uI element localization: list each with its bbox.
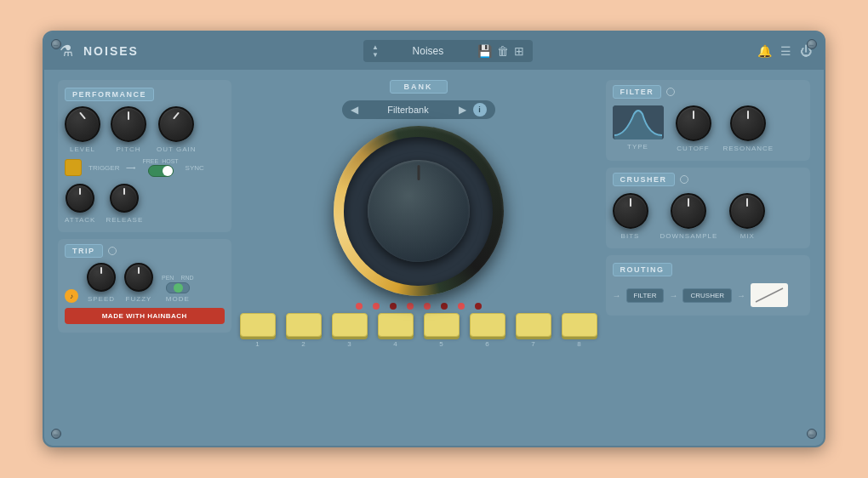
outgain-knob[interactable]: [158, 106, 194, 142]
cutoff-knob[interactable]: [676, 105, 711, 141]
level-knob[interactable]: [65, 106, 100, 142]
release-label: RELEASE: [106, 216, 143, 224]
filter-knobs-row: TYPE CUTOFF RESONANCE: [613, 105, 804, 152]
main-knob-ring[interactable]: [334, 126, 504, 296]
screw-tr: [807, 39, 817, 49]
rnd-label: RND: [180, 275, 193, 281]
resonance-knob[interactable]: [730, 105, 766, 141]
screw-bl: [51, 429, 61, 439]
pad-8[interactable]: [562, 313, 597, 337]
pad-dot-3: [390, 303, 397, 310]
downsample-knob-group: DOWNSAMPLE: [660, 193, 718, 240]
cutoff-knob-group: CUTOFF: [676, 105, 711, 152]
filter-type-label: TYPE: [627, 143, 648, 151]
routing-arrow-out: →: [737, 291, 745, 300]
pitch-label: PITCH: [117, 145, 141, 153]
bank-next-btn[interactable]: ▶: [459, 104, 466, 116]
filter-section: FILTER TYPE: [606, 80, 811, 161]
fuzzy-knob-group: FUZZY: [124, 263, 153, 303]
pad-3[interactable]: [332, 313, 368, 337]
copy-icon[interactable]: ⊞: [514, 44, 524, 58]
crusher-power-btn[interactable]: [680, 175, 688, 184]
release-knob[interactable]: [110, 184, 139, 213]
bits-knob[interactable]: [613, 193, 648, 229]
speed-knob[interactable]: [87, 263, 116, 292]
bank-prev-btn[interactable]: ◀: [351, 104, 358, 116]
mix-knob[interactable]: [729, 193, 765, 229]
bits-label: BITS: [621, 232, 640, 240]
arrow-label: ⟶: [126, 164, 135, 172]
host-label: HOST: [162, 158, 178, 164]
attack-label: ATTACK: [65, 216, 95, 224]
pad-7[interactable]: [516, 313, 551, 337]
mode-group: PEN RND MODE: [162, 275, 194, 303]
made-with-button[interactable]: MADE WITH HAINBACH: [65, 308, 225, 324]
fuzzy-knob[interactable]: [124, 263, 153, 292]
bank-label: BANK: [390, 80, 448, 94]
pad-num-5: 5: [424, 340, 460, 348]
info-button[interactable]: i: [473, 103, 487, 117]
plugin-container: ⚗ NOISES ▲▼ Noises 💾 🗑 ⊞ 🔔 ☰ ⏻ PERFORMAN…: [43, 31, 825, 447]
free-label: FREE: [142, 158, 158, 164]
routing-chain: → FILTER → CRUSHER →: [613, 283, 804, 307]
bank-selector[interactable]: ◀ Filterbank ▶ i: [342, 100, 495, 119]
mode-toggle[interactable]: [166, 282, 190, 293]
routing-crusher-box[interactable]: CRUSHER: [682, 288, 732, 303]
pad-num-6: 6: [470, 340, 505, 348]
routing-display[interactable]: [751, 283, 788, 307]
pitch-knob[interactable]: [111, 106, 146, 142]
trip-power-btn[interactable]: [108, 247, 117, 255]
app-title: NOISES: [83, 44, 139, 58]
mode-label: MODE: [166, 295, 190, 303]
toggle-knob: [163, 166, 173, 176]
pads-section: 1 2 3 4 5 6 7 8: [240, 303, 597, 348]
filter-label: FILTER: [613, 85, 662, 99]
filter-type-group: TYPE: [613, 105, 664, 151]
trip-label: TRIP: [65, 244, 103, 258]
pad-6[interactable]: [470, 313, 505, 337]
filter-type-display[interactable]: [613, 105, 664, 139]
level-label: LEVEL: [70, 145, 95, 153]
sync-toggle[interactable]: [148, 165, 174, 177]
pad-num-2: 2: [286, 340, 322, 348]
main-knob-inner[interactable]: [368, 160, 470, 262]
pad-dot-6: [441, 303, 448, 310]
routing-filter-box[interactable]: FILTER: [626, 288, 665, 303]
crusher-section: CRUSHER BITS DOWNSAMPLE MIX: [606, 168, 811, 248]
performance-knobs: LEVEL PITCH OUT GAIN: [65, 106, 225, 153]
pad-5[interactable]: [424, 313, 460, 337]
main-knob-wrapper: [334, 126, 504, 296]
trigger-label: TRIGGER: [89, 164, 119, 172]
downsample-label: DOWNSAMPLE: [660, 232, 718, 240]
downsample-knob[interactable]: [671, 193, 706, 229]
menu-icon[interactable]: ☰: [780, 44, 791, 58]
trigger-row: TRIGGER ⟶ FREE HOST SYNC: [65, 158, 225, 177]
attack-knob[interactable]: [66, 184, 94, 213]
pad-4[interactable]: [378, 313, 414, 337]
crusher-knobs-row: BITS DOWNSAMPLE MIX: [613, 193, 804, 240]
pad-2[interactable]: [286, 313, 322, 337]
trigger-button[interactable]: [65, 159, 82, 176]
speed-label: SPEED: [88, 295, 115, 303]
performance-label: PERFORMANCE: [65, 88, 154, 101]
crusher-label: CRUSHER: [613, 173, 675, 186]
resonance-knob-group: RESONANCE: [723, 105, 774, 152]
screw-br: [807, 429, 817, 439]
speed-knob-group: SPEED: [87, 263, 116, 303]
performance-section: PERFORMANCE LEVEL PITCH OUT GAIN: [58, 80, 231, 232]
pad-dot-7: [458, 303, 465, 310]
filter-power-btn[interactable]: [666, 88, 675, 96]
pad-num-7: 7: [516, 340, 551, 348]
mix-knob-group: MIX: [729, 193, 765, 240]
trip-header: TRIP: [65, 244, 225, 258]
save-icon[interactable]: 💾: [477, 44, 492, 58]
delete-icon[interactable]: 🗑: [497, 44, 509, 58]
center-panel: BANK ◀ Filterbank ▶ i: [240, 80, 597, 435]
pads-numbers-row: 1 2 3 4 5 6 7 8: [240, 340, 597, 348]
preset-arrows[interactable]: ▲▼: [372, 43, 379, 59]
preset-selector[interactable]: ▲▼ Noises 💾 🗑 ⊞: [363, 40, 533, 62]
bell-icon[interactable]: 🔔: [757, 44, 772, 58]
pitch-knob-group: PITCH: [111, 106, 146, 153]
pad-1[interactable]: [240, 313, 276, 337]
left-panel: PERFORMANCE LEVEL PITCH OUT GAIN: [58, 80, 231, 435]
